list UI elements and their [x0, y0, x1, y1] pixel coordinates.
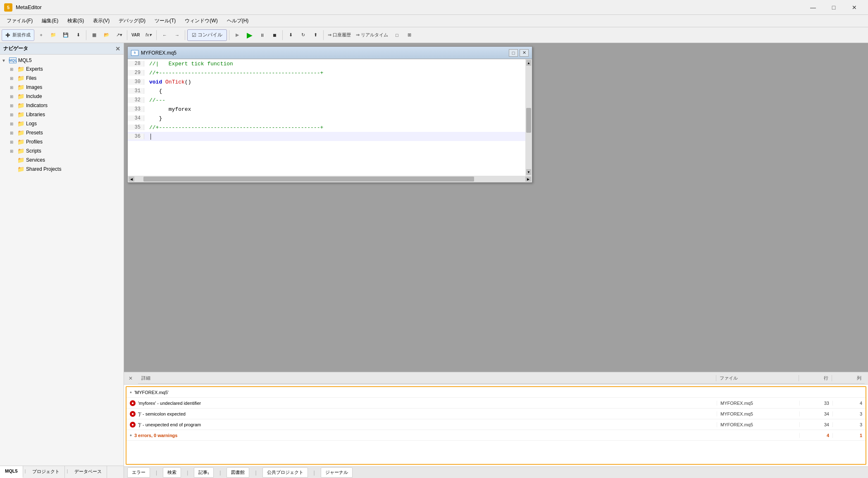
code-content[interactable]: 28 //| Expert tick function 29 //+------… [128, 59, 532, 176]
back-button[interactable]: ← [159, 29, 170, 41]
tree-item-profiles[interactable]: ⊞ 📁 Profiles [0, 137, 124, 146]
scroll-thumb-v[interactable] [526, 108, 531, 133]
navigator-close-button[interactable]: ✕ [115, 45, 120, 52]
open-folder-icon: 📁 [50, 32, 56, 38]
folder-icon-include: 📁 [17, 93, 24, 100]
error-row-2[interactable]: ● '}' - semicolon expected MYFOREX.mq5 3… [126, 409, 866, 419]
compile-button[interactable]: ☑ コンパイル [187, 29, 227, 41]
extra-button-2[interactable]: ⊞ [403, 29, 415, 41]
app-icon: 5 [4, 3, 12, 12]
menu-debug[interactable]: デバッグ(D) [114, 16, 150, 26]
error-row-col-3: 3 [832, 422, 866, 427]
forward-button[interactable]: → [171, 29, 183, 41]
tree-label-include: Include [26, 93, 42, 99]
status-tab-search[interactable]: 検索 [163, 467, 181, 478]
menu-edit[interactable]: 編集(E) [38, 16, 62, 26]
code-editor[interactable]: 28 //| Expert tick function 29 //+------… [128, 59, 525, 176]
new-button[interactable]: ✚ 新規作成 [2, 29, 34, 41]
save-button[interactable]: 💾 [60, 29, 72, 41]
tree-item-libraries[interactable]: ⊞ 📁 Libraries [0, 110, 124, 119]
status-tab-journal[interactable]: ジャーナル [321, 467, 353, 478]
error-text-4: 3 errors, 0 warnings [134, 433, 178, 438]
error-icon-2: ● [130, 411, 136, 417]
error-row-line-4: 4 [799, 433, 832, 438]
step-out-button[interactable]: ⬆ [310, 29, 321, 41]
stop-button[interactable]: ⏹ [269, 29, 280, 41]
add-button[interactable]: ＋ [35, 29, 47, 41]
tree-item-include[interactable]: ⊞ 📁 Include [0, 92, 124, 101]
tree-label-experts: Experts [26, 66, 43, 72]
tree-item-images[interactable]: ⊞ 📁 Images [0, 83, 124, 92]
minimize-button[interactable]: — [804, 1, 823, 14]
scroll-thumb-h[interactable] [143, 177, 474, 182]
tree-item-presets[interactable]: ⊞ 📁 Presets [0, 128, 124, 137]
menu-view[interactable]: 表示(V) [89, 16, 114, 26]
tree-item-services[interactable]: 📁 Services [0, 155, 124, 165]
code-line-33: 33 myforex [128, 105, 525, 114]
maximize-button[interactable]: □ [824, 1, 843, 14]
status-sep-3: | [219, 470, 222, 476]
account-button[interactable]: ⇒ 口座履歴 [326, 29, 353, 41]
step-over-button[interactable]: ↻ [297, 29, 309, 41]
error-text-0: 'MYFOREX.mq5' [134, 390, 169, 395]
scroll-left-arrow[interactable]: ◀ [129, 177, 134, 182]
fx-button[interactable]: fx▾ [143, 29, 154, 41]
tab-mql5[interactable]: MQL5 [0, 466, 23, 478]
layout-button[interactable]: ▦ [88, 29, 100, 41]
expand-icon-mql5: ▼ [2, 58, 7, 63]
tab-database[interactable]: データベース [69, 466, 107, 478]
error-row-3[interactable]: ● '}' - unexpected end of program MYFORE… [126, 419, 866, 430]
error-row-0[interactable]: • 'MYFOREX.mq5' [126, 387, 866, 398]
extra-icon-1: □ [396, 33, 398, 38]
close-button[interactable]: ✕ [845, 1, 864, 14]
error-row-4[interactable]: • 3 errors, 0 warnings 4 1 [126, 430, 866, 441]
scroll-down-arrow[interactable]: ▼ [526, 169, 531, 175]
status-tab-library[interactable]: 図書館 [227, 467, 249, 478]
back-icon: ← [162, 33, 167, 38]
menu-help[interactable]: ヘルプ(H) [223, 16, 253, 26]
menu-file[interactable]: ファイル(F) [2, 16, 37, 26]
extra-button-1[interactable]: □ [391, 29, 403, 41]
account-label: 口座履歴 [333, 32, 351, 38]
tree-label-presets: Presets [26, 130, 43, 136]
var-button[interactable]: VAR [129, 29, 142, 41]
code-win-close-button[interactable]: ✕ [520, 49, 529, 57]
horizontal-scrollbar[interactable]: ◀ ▶ [128, 176, 532, 182]
tree-item-mql5[interactable]: ▼ MQL MQL5 [0, 56, 124, 65]
tree-label-profiles: Profiles [26, 139, 43, 145]
step-into-button[interactable]: ⬇ [285, 29, 296, 41]
error-row-1[interactable]: ● 'myforex' - undeclared identifier MYFO… [126, 398, 866, 409]
code-line-32: 32 //--- [128, 96, 525, 105]
status-tab-errors[interactable]: エラー [127, 467, 150, 478]
tree-label-indicators: Indicators [26, 103, 48, 108]
vertical-scrollbar[interactable]: ▲ ▼ [525, 59, 532, 176]
folder-button[interactable]: 📂 [101, 29, 112, 41]
play-button[interactable]: ▶ [244, 29, 255, 41]
scroll-up-arrow[interactable]: ▲ [526, 60, 531, 66]
save-all-button[interactable]: ⬇ [72, 29, 84, 41]
tab-projects[interactable]: プロジェクト [27, 466, 65, 478]
arrow-button[interactable]: ↗▾ [113, 29, 125, 41]
line-content-33: myforex [144, 106, 525, 112]
open-folder-button[interactable]: 📁 [48, 29, 59, 41]
menu-search[interactable]: 検索(S) [63, 16, 88, 26]
tree-item-scripts[interactable]: ⊞ 📁 Scripts [0, 146, 124, 155]
close-panel-button[interactable]: ✕ [127, 375, 134, 382]
code-win-restore-button[interactable]: □ [509, 49, 518, 57]
tree-item-files[interactable]: ⊞ 📁 Files [0, 74, 124, 83]
tree-item-experts[interactable]: ⊞ 📁 Experts [0, 65, 124, 74]
pause-button[interactable]: ⏸ [256, 29, 268, 41]
start-icon: ▶ [236, 32, 239, 38]
tree-item-logs[interactable]: ⊞ 📁 Logs [0, 119, 124, 128]
menu-tools[interactable]: ツール(T) [150, 16, 180, 26]
status-bar: エラー | 検索 | 記事₁ | 図書館 | 公共プロジェクト | ジャーナル [124, 466, 868, 478]
status-tab-public-projects[interactable]: 公共プロジェクト [262, 467, 308, 478]
tree-item-shared-projects[interactable]: 📁 Shared Projects [0, 165, 124, 174]
status-tab-articles[interactable]: 記事₁ [194, 467, 214, 478]
menu-window[interactable]: ウィンドウ(W) [181, 16, 222, 26]
tree-item-indicators[interactable]: ⊞ 📁 Indicators [0, 101, 124, 110]
start-button[interactable]: ▶ [231, 29, 243, 41]
step-over-icon: ↻ [301, 32, 305, 38]
realtime-button[interactable]: ⇒ リアルタイム [354, 29, 390, 41]
scroll-right-arrow[interactable]: ▶ [525, 177, 531, 182]
